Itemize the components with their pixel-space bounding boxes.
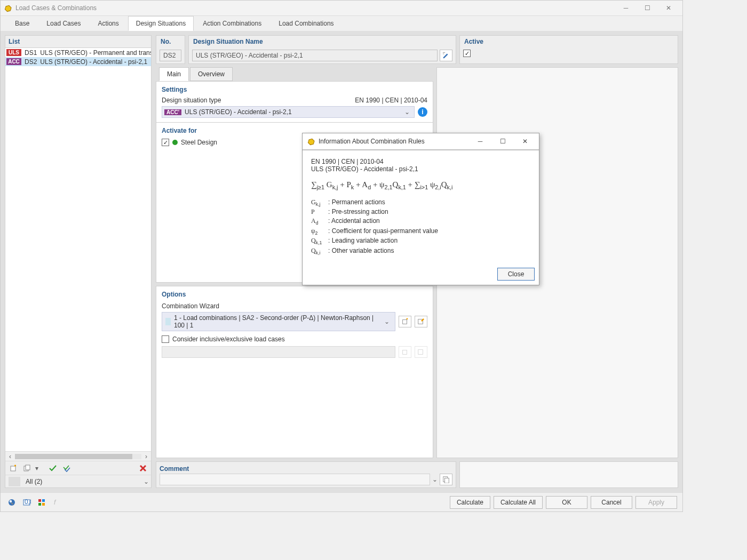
legend-row: Gk,j: Permanent actions — [311, 198, 441, 207]
no-field[interactable]: DS2 — [160, 50, 181, 61]
active-checkbox[interactable] — [463, 50, 471, 57]
svg-rect-8 — [418, 350, 423, 355]
chevron-down-icon[interactable]: ⌄ — [432, 476, 438, 483]
legend-row: P: Pre-stressing action — [311, 207, 441, 217]
svg-rect-17 — [42, 499, 45, 502]
dialog-title: Information About Combination Rules — [319, 138, 467, 145]
edit-name-button[interactable] — [440, 50, 452, 61]
tab-actions[interactable]: Actions — [90, 16, 126, 31]
list-filter[interactable]: All (2) ⌄ — [5, 475, 151, 487]
scroll-right-icon[interactable]: › — [141, 453, 151, 460]
delete-button[interactable] — [137, 462, 149, 474]
legend-symbol: Qk,i — [311, 246, 328, 256]
list-title: List — [5, 36, 151, 48]
comment-panel: Comment ⌄ — [156, 461, 456, 488]
legend-symbol: ψ2 — [311, 227, 328, 236]
new-button[interactable] — [7, 462, 19, 474]
copy-button[interactable] — [21, 462, 33, 474]
tab-load-combinations[interactable]: Load Combinations — [271, 16, 341, 31]
options-title: Options — [162, 291, 427, 298]
svg-rect-5 — [403, 320, 407, 324]
wizard-new-button[interactable] — [399, 316, 411, 327]
type-select[interactable]: ACC' ULS (STR/GEO) - Accidental - psi-2,… — [162, 106, 415, 118]
info-button[interactable]: i — [418, 107, 427, 117]
cancel-button[interactable]: Cancel — [591, 496, 632, 509]
app-icon — [3, 3, 13, 13]
wizard-value: 1 - Load combinations | SA2 - Second-ord… — [174, 314, 382, 329]
filter-color-swatch — [9, 477, 20, 486]
name-field[interactable]: ULS (STR/GEO) - Accidental - psi-2,1 — [192, 50, 438, 61]
legend-row: Qk,i: Other variable actions — [311, 246, 441, 256]
options-panel: Options Combination Wizard 1 - Load comb… — [156, 286, 433, 458]
comment-pick-button[interactable] — [440, 474, 452, 485]
check-all-button[interactable] — [47, 462, 59, 474]
dialog-rule-name: ULS (STR/GEO) - Accidental - psi-2,1 — [311, 165, 530, 173]
exclusive-new-button — [399, 346, 411, 358]
units-button[interactable]: 0,00 — [21, 497, 33, 508]
scroll-left-icon[interactable]: ‹ — [5, 453, 15, 460]
list-hscroll[interactable]: ‹ › — [5, 451, 151, 461]
uls-badge: ULS — [6, 49, 21, 56]
comment-field[interactable] — [160, 474, 430, 485]
subtab-main[interactable]: Main — [159, 67, 189, 81]
wizard-edit-button[interactable] — [415, 316, 427, 327]
standard-label: EN 1990 | CEN | 2010-04 — [355, 97, 427, 104]
settings-title: Settings — [162, 86, 427, 93]
legend-symbol: Qk,1 — [311, 236, 328, 246]
comment-preview — [459, 461, 678, 488]
consider-label: Consider inclusive/exclusive load cases — [172, 335, 285, 343]
chevron-down-icon[interactable]: ⌄ — [382, 318, 392, 325]
app-icon — [306, 136, 316, 147]
situation-list[interactable]: ULS DS1 ULS (STR/GEO) - Permanent and tr… — [5, 48, 151, 451]
legend-symbol: Gk,j — [311, 198, 328, 207]
info-dialog: Information About Combination Rules ─ ☐ … — [302, 133, 539, 285]
dialog-minimize-button[interactable]: ─ — [471, 133, 490, 149]
svg-rect-3 — [443, 52, 445, 53]
exclusive-edit-button — [415, 346, 427, 358]
dropdown-icon[interactable]: ▾ — [35, 465, 38, 472]
tab-base[interactable]: Base — [7, 16, 37, 31]
subtab-overview[interactable]: Overview — [190, 67, 233, 81]
dialog-maximize-button[interactable]: ☐ — [493, 133, 512, 149]
dialog-close-ok-button[interactable]: Close — [497, 268, 535, 281]
calculate-all-button[interactable]: Calculate All — [494, 496, 543, 509]
comment-title: Comment — [160, 464, 452, 474]
uncheck-all-button[interactable] — [61, 462, 73, 474]
tab-design-situations[interactable]: Design Situations — [128, 16, 194, 31]
legend-desc: : Leading variable action — [328, 236, 441, 246]
steel-checkbox[interactable] — [162, 139, 169, 146]
colors-button[interactable] — [36, 497, 47, 508]
svg-text:0,00: 0,00 — [25, 498, 31, 506]
svg-rect-4 — [443, 54, 444, 54]
svg-rect-19 — [42, 503, 45, 506]
consider-checkbox[interactable] — [162, 335, 169, 343]
chevron-down-icon[interactable]: ⌄ — [141, 478, 151, 485]
dialog-close-button[interactable]: ✕ — [515, 133, 535, 149]
titlebar: Load Cases & Combinations ─ ☐ ✕ — [1, 1, 682, 15]
ok-button[interactable]: OK — [546, 496, 587, 509]
maximize-button[interactable]: ☐ — [637, 1, 658, 15]
wizard-label: Combination Wizard — [162, 302, 427, 310]
acc-badge: ACC — [6, 58, 21, 65]
list-item-name: ULS (STR/GEO) - Accidental - psi-2,1 — [40, 58, 147, 66]
function-button[interactable]: f — [51, 497, 62, 508]
calculate-button[interactable]: Calculate — [450, 496, 490, 509]
steel-label: Steel Design — [181, 139, 217, 146]
tab-action-combinations[interactable]: Action Combinations — [195, 16, 269, 31]
minimize-button[interactable]: ─ — [615, 1, 637, 15]
list-panel: List ULS DS1 ULS (STR/GEO) - Permanent a… — [5, 35, 152, 488]
active-box: Active — [459, 35, 678, 64]
help-button[interactable] — [6, 497, 18, 508]
name-box: Design Situation Name ULS (STR/GEO) - Ac… — [188, 35, 456, 64]
legend-desc: : Accidental action — [328, 217, 441, 226]
settings-panel: Settings Design situation type EN 1990 |… — [156, 81, 433, 123]
close-button[interactable]: ✕ — [658, 1, 679, 15]
exclusive-field — [162, 346, 395, 358]
main-tabstrip: Base Load Cases Actions Design Situation… — [1, 16, 682, 31]
list-item[interactable]: ULS DS1 ULS (STR/GEO) - Permanent and tr… — [5, 48, 151, 57]
wizard-select[interactable]: 1 - Load combinations | SA2 - Second-ord… — [162, 312, 395, 331]
list-item[interactable]: ACC DS2 ULS (STR/GEO) - Accidental - psi… — [5, 57, 151, 66]
tab-load-cases[interactable]: Load Cases — [38, 16, 89, 31]
type-label: Design situation type — [162, 97, 221, 104]
chevron-down-icon[interactable]: ⌄ — [402, 108, 412, 116]
